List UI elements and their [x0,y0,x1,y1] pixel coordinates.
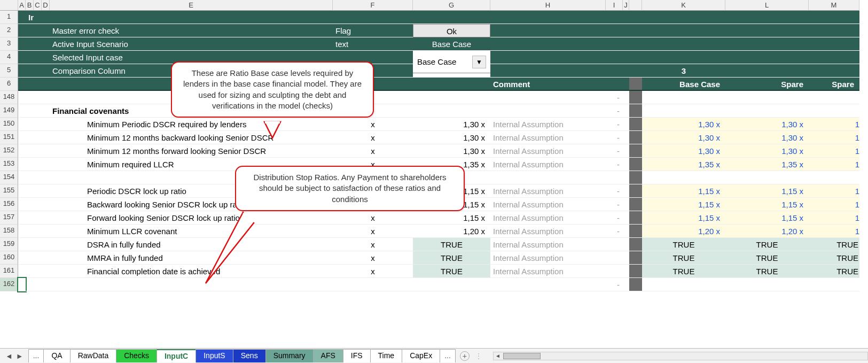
cell-value[interactable]: TRUE [809,238,859,251]
cell-value[interactable]: 1,35 x [642,158,725,171]
cell-comment[interactable]: Internal Assumption [490,211,606,225]
cell[interactable] [26,265,34,278]
cell[interactable] [34,24,42,37]
cell[interactable] [18,51,26,64]
cell-comment[interactable]: Internal Assumption [490,265,606,278]
cell[interactable] [42,251,50,265]
cell-value[interactable] [809,171,859,184]
row-header[interactable]: 160 [0,251,18,265]
cell[interactable] [42,118,50,131]
cell[interactable] [490,37,606,51]
cell[interactable] [18,91,26,104]
cell[interactable] [42,78,50,91]
cell[interactable] [18,78,26,91]
cell-value[interactable]: TRUE [413,265,490,278]
cell-value[interactable]: TRUE [809,251,859,265]
cell[interactable] [623,37,629,51]
cell-value[interactable]: 1,20 x [725,225,809,238]
cell-value[interactable] [809,104,859,118]
sheet-title[interactable]: InputC [26,11,34,24]
col-header[interactable]: E [50,0,333,11]
cell[interactable] [490,64,606,78]
cell[interactable] [42,171,50,184]
cell[interactable] [42,265,50,278]
cell-value[interactable]: TRUE [642,251,725,265]
row-label[interactable]: Minimum 12 months forward looking Senior… [50,144,333,158]
status-ok[interactable]: Ok [413,24,490,37]
cell-comment[interactable] [490,278,606,291]
cell[interactable]: Flag [333,24,413,37]
cell[interactable] [18,198,26,211]
cell[interactable] [413,78,490,91]
cell[interactable] [26,238,34,251]
cell-value[interactable]: 1,15 x [642,184,725,198]
horizontal-scrollbar[interactable]: ◄ [493,352,868,360]
cell[interactable] [606,265,623,278]
add-sheet-button[interactable]: + [460,351,470,361]
cell[interactable] [26,171,34,184]
cell[interactable]: - [606,131,623,144]
row-header[interactable]: 5 [0,64,18,78]
sheet-tab[interactable]: Summary [265,349,314,362]
cell[interactable] [629,64,642,78]
cell[interactable] [26,158,34,171]
cell-value[interactable] [413,278,490,291]
row-label[interactable]: Forward looking Senior DSCR lock up rati… [50,211,333,225]
cell[interactable] [606,37,623,51]
cell[interactable] [623,91,629,104]
cell[interactable] [42,37,50,51]
cell-value[interactable] [642,91,725,104]
cell-value[interactable]: 1 [809,198,859,211]
cell[interactable] [34,118,42,131]
cell[interactable] [623,225,629,238]
row-header[interactable]: 161 [0,265,18,278]
row-header[interactable]: 148 [0,91,18,104]
cell[interactable] [413,11,490,24]
cell[interactable]: text [333,37,413,51]
cell[interactable]: x [333,131,413,144]
cell-value[interactable]: TRUE [413,251,490,265]
cell[interactable] [34,184,42,198]
col-header[interactable]: A [18,0,26,11]
sheet-tab[interactable]: InputS [196,349,233,362]
row-header[interactable]: 155 [0,184,18,198]
cell[interactable] [34,171,42,184]
cell[interactable] [623,238,629,251]
cell-value[interactable]: 1,30 x [725,144,809,158]
cell[interactable] [34,158,42,171]
row-label[interactable]: Minimum 12 months backward looking Senio… [50,131,333,144]
cell[interactable] [606,238,623,251]
cell-value[interactable]: 1,30 x [413,118,490,131]
cell-comment[interactable] [490,104,606,118]
cell[interactable] [26,211,34,225]
row-label[interactable]: Financial completion date is achieved [50,265,333,278]
cell-comment[interactable]: Internal Assumption [490,184,606,198]
row-header[interactable]: 151 [0,131,18,144]
cell-value[interactable]: TRUE [413,238,490,251]
row-label[interactable]: DSRA in fully funded [50,238,333,251]
cell[interactable] [26,184,34,198]
cell[interactable] [42,238,50,251]
cell[interactable] [623,24,629,37]
row-label[interactable]: Minimum Periodic DSCR required by lender… [50,118,333,131]
row-header[interactable]: 6 [0,78,18,91]
cell[interactable] [18,64,26,78]
cell-value[interactable]: 1,35 x [725,158,809,171]
chevron-down-icon[interactable]: ▼ [472,56,486,68]
cell[interactable] [623,78,629,91]
cell-comment[interactable]: Internal Assumption [490,131,606,144]
header-label[interactable]: Master error check [50,24,333,37]
cell[interactable]: - [606,278,623,291]
col-header[interactable]: L [725,0,809,11]
cell[interactable] [18,171,26,184]
cell[interactable]: x [333,211,413,225]
col-header[interactable]: I [606,0,623,11]
cell-value[interactable] [642,278,725,291]
cell[interactable] [623,251,629,265]
sheet-tab[interactable]: RawData [70,349,117,362]
cell[interactable] [42,51,50,64]
cell[interactable] [34,211,42,225]
row-label[interactable] [50,278,333,291]
cell[interactable] [34,144,42,158]
cell[interactable] [606,51,623,64]
